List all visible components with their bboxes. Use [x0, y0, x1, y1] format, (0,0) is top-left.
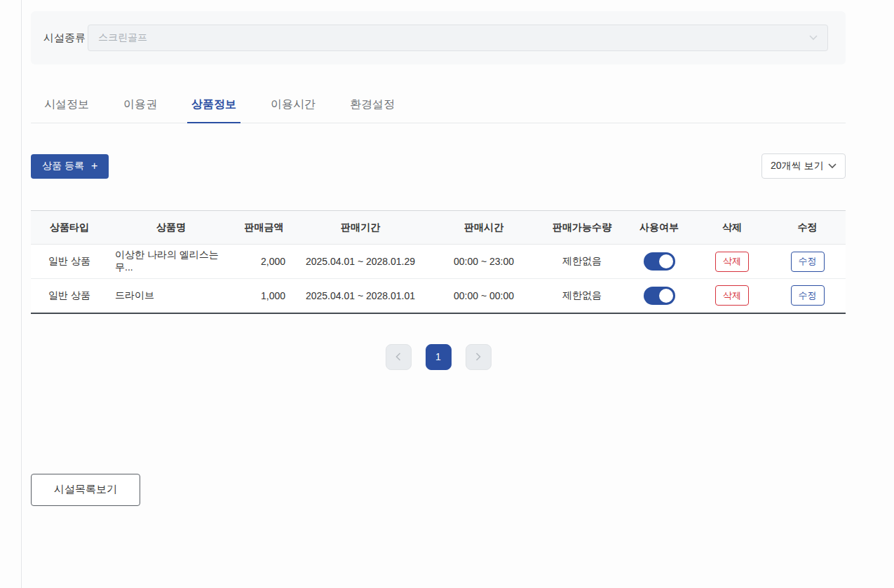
- register-product-button[interactable]: 상품 등록 +: [31, 154, 109, 179]
- tab-facility-info[interactable]: 시설정보: [40, 89, 93, 123]
- edit-button[interactable]: 수정: [791, 252, 825, 272]
- table-row: 일반 상품 이상한 나라의 엘리스는 무... 2,000 2025.04.01…: [31, 245, 846, 279]
- enabled-toggle[interactable]: [644, 287, 675, 305]
- chevron-down-icon: [828, 163, 837, 169]
- cell-sale-time: 00:00 ~ 00:00: [427, 279, 541, 313]
- header-price: 판매금액: [234, 211, 294, 245]
- header-edit: 수정: [769, 211, 846, 245]
- facility-list-button[interactable]: 시설목록보기: [31, 474, 140, 506]
- tab-product-info[interactable]: 상품정보: [187, 89, 241, 123]
- main-content: 시설종류 스크린골프 시설정보 이용권 상품정보 이용시간 환경설정 상품 등록…: [31, 0, 846, 506]
- facility-type-value: 스크린골프: [98, 32, 147, 44]
- tab-bar: 시설정보 이용권 상품정보 이용시간 환경설정: [31, 89, 846, 123]
- header-delete: 삭제: [695, 211, 769, 245]
- facility-type-panel: 시설종류 스크린골프: [31, 11, 846, 64]
- cell-quantity: 제한없음: [541, 279, 623, 313]
- cell-quantity: 제한없음: [541, 245, 623, 279]
- edit-button[interactable]: 수정: [791, 285, 825, 306]
- cell-product-name: 드라이브: [108, 279, 234, 313]
- enabled-toggle[interactable]: [644, 252, 675, 271]
- toolbar: 상품 등록 + 20개씩 보기: [31, 153, 846, 179]
- header-enabled: 사용여부: [623, 211, 695, 245]
- tab-usage-time[interactable]: 이용시간: [266, 89, 320, 123]
- pagination: 1: [31, 344, 846, 370]
- header-quantity: 판매가능수량: [541, 211, 623, 245]
- header-product-type: 상품타입: [31, 211, 108, 245]
- cell-product-type: 일반 상품: [31, 245, 108, 279]
- cell-price: 1,000: [234, 279, 294, 313]
- delete-button[interactable]: 삭제: [715, 252, 749, 272]
- products-table: 상품타입 상품명 판매금액 판매기간 판매시간 판매가능수량 사용여부 삭제 수…: [31, 210, 846, 314]
- cell-product-type: 일반 상품: [31, 279, 108, 313]
- left-divider: [21, 0, 22, 588]
- table-row: 일반 상품 드라이브 1,000 2025.04.01 ~ 2028.01.01…: [31, 279, 846, 313]
- cell-sale-period: 2025.04.01 ~ 2028.01.01: [294, 279, 427, 313]
- tab-pass[interactable]: 이용권: [119, 89, 161, 123]
- facility-type-label: 시설종류: [43, 32, 88, 45]
- facility-type-select[interactable]: 스크린골프: [88, 25, 828, 51]
- pagination-next-button[interactable]: [466, 344, 492, 370]
- chevron-left-icon: [395, 353, 401, 361]
- cell-sale-period: 2025.04.01 ~ 2028.01.29: [294, 245, 427, 279]
- pagination-prev-button[interactable]: [386, 344, 412, 370]
- delete-button[interactable]: 삭제: [715, 285, 749, 306]
- cell-price: 2,000: [234, 245, 294, 279]
- cell-sale-time: 00:00 ~ 23:00: [427, 245, 541, 279]
- cell-product-name: 이상한 나라의 엘리스는 무...: [108, 245, 234, 279]
- chevron-right-icon: [475, 353, 481, 361]
- page-size-value: 20개씩 보기: [771, 160, 823, 172]
- tab-settings[interactable]: 환경설정: [346, 89, 399, 123]
- page-size-select[interactable]: 20개씩 보기: [761, 153, 846, 179]
- plus-icon: +: [91, 160, 97, 172]
- header-sale-time: 판매시간: [427, 211, 541, 245]
- header-product-name: 상품명: [108, 211, 234, 245]
- toggle-knob: [659, 254, 673, 268]
- header-sale-period: 판매기간: [294, 211, 427, 245]
- chevron-down-icon: [809, 35, 818, 41]
- pagination-page-1[interactable]: 1: [426, 344, 452, 370]
- register-product-label: 상품 등록: [42, 160, 84, 172]
- table-header-row: 상품타입 상품명 판매금액 판매기간 판매시간 판매가능수량 사용여부 삭제 수…: [31, 211, 846, 245]
- toggle-knob: [659, 289, 673, 303]
